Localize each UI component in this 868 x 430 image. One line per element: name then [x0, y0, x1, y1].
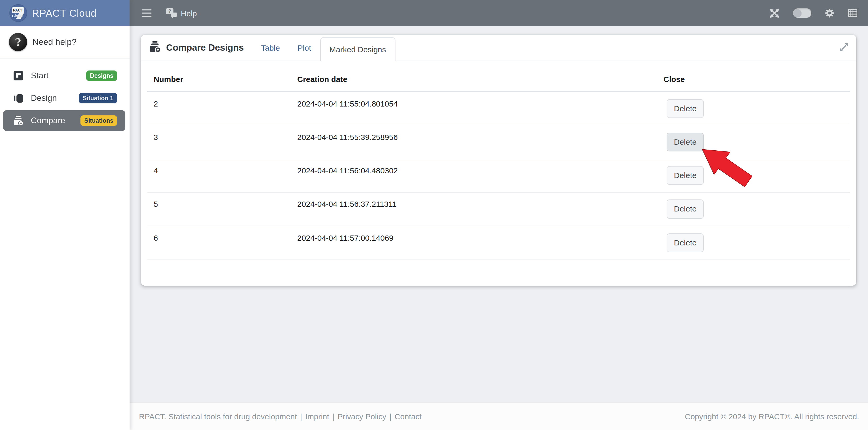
- sidebar-item-label: Start: [31, 71, 49, 80]
- card-title: Compare Designs: [149, 35, 244, 61]
- rpact-logo-icon: PACT Cloud: [9, 4, 27, 22]
- content-area: Compare Designs Table Plot Marked Design…: [130, 26, 868, 402]
- sidebar-item-label: Design: [31, 94, 57, 103]
- need-help-label: Need help?: [32, 37, 76, 47]
- sidebar-item-label: Compare: [31, 116, 65, 125]
- theme-toggle[interactable]: [793, 8, 811, 18]
- number-cell: 3: [147, 125, 291, 159]
- designs-badge: Designs: [87, 71, 117, 81]
- card-tabs: Table Plot Marked Designs: [252, 35, 396, 61]
- topbar: ? Help: [130, 0, 868, 26]
- svg-text:?: ?: [168, 8, 172, 13]
- creation-date-cell: 2024-04-04 11:55:04.801054: [291, 91, 657, 125]
- tab-plot[interactable]: Plot: [289, 35, 320, 61]
- delete-button[interactable]: Delete: [666, 133, 704, 152]
- privacy-policy-link[interactable]: Privacy Policy: [338, 412, 386, 421]
- number-cell: 6: [147, 226, 291, 260]
- situations-badge: Situations: [81, 115, 117, 126]
- creation-date-cell: 2024-04-04 11:56:04.480302: [291, 159, 657, 192]
- footer-copyright: Copyright © 2024 by RPACT®. All rights r…: [685, 412, 859, 421]
- compare-box-plus-icon: [13, 115, 24, 126]
- footer-brand-text: RPACT. Statistical tools for drug develo…: [139, 412, 297, 421]
- sidebar-divider: [0, 58, 130, 59]
- main-column: ? Help: [130, 0, 868, 430]
- delete-button[interactable]: Delete: [666, 99, 704, 118]
- sidebar-item-compare[interactable]: Compare Situations: [3, 110, 125, 131]
- sidebar: PACT Cloud RPACT Cloud ? Need help? Star…: [0, 0, 130, 430]
- app-root: PACT Cloud RPACT Cloud ? Need help? Star…: [0, 0, 868, 430]
- number-cell: 2: [147, 91, 291, 125]
- footer-left: RPACT. Statistical tools for drug develo…: [139, 412, 422, 421]
- need-help-link[interactable]: ? Need help?: [0, 26, 130, 58]
- imprint-link[interactable]: Imprint: [305, 412, 330, 421]
- column-header-number: Number: [147, 67, 291, 91]
- card-title-text: Compare Designs: [166, 42, 244, 53]
- fullscreen-arrows-icon[interactable]: [769, 8, 779, 18]
- help-chat-icon: ?: [166, 8, 177, 18]
- tab-table[interactable]: Table: [252, 35, 289, 61]
- logo-text-top: PACT: [12, 7, 24, 13]
- number-cell: 5: [147, 192, 291, 226]
- table-row: 2 2024-04-04 11:55:04.801054 Delete: [147, 91, 850, 125]
- start-flip-icon: [13, 71, 24, 80]
- compare-box-plus-icon: [149, 41, 161, 54]
- expand-alt-icon[interactable]: [839, 43, 848, 54]
- column-header-close: Close: [657, 67, 850, 91]
- number-cell: 4: [147, 159, 291, 192]
- red-cursor-arrow: [702, 149, 753, 188]
- tab-marked-designs[interactable]: Marked Designs: [320, 37, 396, 61]
- card-header: Compare Designs Table Plot Marked Design…: [141, 35, 856, 61]
- footer: RPACT. Statistical tools for drug develo…: [130, 402, 868, 430]
- design-columns-icon: [13, 93, 24, 103]
- contact-link[interactable]: Contact: [395, 412, 422, 421]
- menu-icon[interactable]: [142, 9, 152, 17]
- table-grid-icon[interactable]: [848, 9, 857, 17]
- sidebar-item-design[interactable]: Design Situation 1: [3, 88, 125, 109]
- table-header-row: Number Creation date Close: [147, 67, 850, 91]
- creation-date-cell: 2024-04-04 11:57:00.14069: [291, 226, 657, 260]
- help-label: Help: [181, 9, 197, 18]
- gear-icon[interactable]: [825, 8, 834, 18]
- help-menu[interactable]: ? Help: [166, 8, 197, 18]
- sidebar-nav: Start Designs Design Situation 1: [0, 65, 130, 133]
- logo-text-bottom: Cloud: [12, 13, 23, 18]
- brand-header[interactable]: PACT Cloud RPACT Cloud: [0, 0, 130, 26]
- delete-button[interactable]: Delete: [666, 166, 704, 185]
- table-row: 5 2024-04-04 11:56:37.211311 Delete: [147, 192, 850, 226]
- table-row: 6 2024-04-04 11:57:00.14069 Delete: [147, 226, 850, 260]
- sidebar-item-start[interactable]: Start Designs: [3, 65, 125, 86]
- question-mark-icon: ?: [9, 33, 27, 51]
- column-header-creation-date: Creation date: [291, 67, 657, 91]
- creation-date-cell: 2024-04-04 11:56:37.211311: [291, 192, 657, 226]
- creation-date-cell: 2024-04-04 11:55:39.258956: [291, 125, 657, 159]
- situation-badge: Situation 1: [79, 93, 117, 103]
- topbar-actions: [769, 8, 857, 18]
- delete-button[interactable]: Delete: [666, 200, 704, 219]
- delete-button[interactable]: Delete: [666, 233, 704, 252]
- app-title: RPACT Cloud: [32, 7, 97, 19]
